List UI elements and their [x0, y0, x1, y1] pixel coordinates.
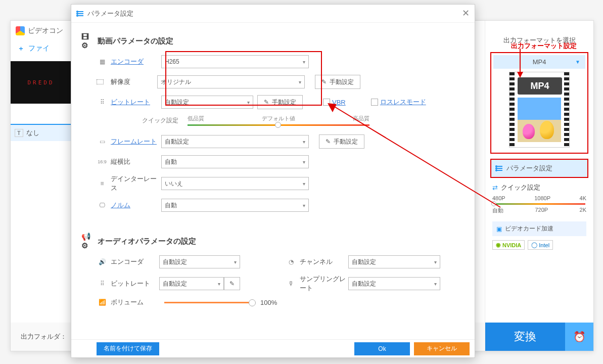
resolution-manual-button[interactable]: 手動設定 [315, 75, 360, 89]
video-section-header: 🎞⚙ 動画パラメータの設定 [81, 36, 459, 46]
add-file-button[interactable]: ファイ [28, 44, 50, 52]
framerate-manual-button[interactable]: 手動設定 [319, 134, 364, 149]
vbr-checkbox[interactable] [323, 99, 330, 106]
film-gear-icon: 🎞⚙ [81, 36, 94, 46]
scale-720p: 720P [535, 207, 548, 214]
scale-knob[interactable] [491, 201, 496, 206]
scale-480p: 480P [492, 195, 505, 201]
quality-slider-row: クイック設定 低品質 デフォルト値 高品質 [81, 115, 459, 126]
audio-bitrate-edit-button[interactable] [224, 277, 240, 290]
resolution-icon [97, 79, 104, 84]
gpu-chips: ◉NVIDIA ◯Intel [492, 240, 586, 250]
quick-settings: ⇄ クイック設定 480P 1080P 4K 自動 720P 2K [492, 183, 586, 215]
row-volume: 📶 ボリューム 100% [81, 298, 459, 307]
samplerate-label: サンプリングレート [300, 275, 348, 293]
resolution-label: 解像度 [111, 77, 157, 86]
output-folder-label: 出力フォルダ： [21, 332, 67, 341]
ok-button[interactable]: Ok [354, 342, 410, 355]
quality-slider[interactable]: 低品質 デフォルト値 高品質 [188, 115, 339, 126]
chip-icon: ▣ [496, 225, 502, 233]
q-default: デフォルト値 [262, 115, 295, 122]
quick-icon: ⇄ [492, 184, 498, 192]
row-bitrate: ⠿ ビットレート 自動設定 手動設定 VBR ロスレスモード [81, 95, 459, 110]
volume-slider[interactable] [164, 302, 255, 303]
subtitle-t-icon: T [15, 129, 23, 137]
video-thumbnail[interactable]: DREDD [11, 61, 71, 104]
lossless-checkbox[interactable] [371, 99, 378, 106]
video-list: DREDD T なし [11, 61, 71, 141]
format-dropdown[interactable]: MP4 ▼ [493, 55, 585, 69]
intel-logo-icon: ◯ [531, 242, 537, 248]
subtitle-bar[interactable]: T なし [11, 124, 71, 141]
scale-bar[interactable] [493, 203, 585, 205]
plus-icon: ＋ [18, 44, 24, 52]
aspect-icon: 16:9 [97, 159, 108, 164]
audio-encoder-select[interactable]: 自動設定 [159, 255, 240, 268]
audio-section-title: オーディオパラメータの設定 [98, 237, 196, 246]
bitrate-label: ビットレート [111, 98, 161, 107]
deinterlace-icon: ≡ [97, 180, 108, 187]
channel-label: チャンネル [300, 257, 348, 266]
mic-icon: 🎙 [286, 280, 297, 287]
right-panel: 出力フォーマットを選択 MP4 ▼ MP4 パラメータ設定 ⇄ クイック設定 [485, 21, 593, 351]
balloons-picture-icon [518, 98, 561, 142]
pencil-icon [321, 78, 327, 85]
convert-button[interactable]: 変換 [485, 323, 565, 351]
mp4-badge: MP4 [518, 77, 562, 95]
volume-value: 100% [260, 299, 277, 306]
gpu-accel-button[interactable]: ▣ ビデオカード加速 [492, 221, 586, 236]
format-value: MP4 [533, 58, 546, 66]
film-strip-icon [564, 72, 569, 147]
channel-select[interactable]: 自動設定 [348, 255, 440, 268]
scale-4k: 4K [580, 195, 586, 201]
deinterlace-select[interactable]: いいえ [161, 177, 309, 190]
cancel-button[interactable]: キャンセル [414, 342, 470, 355]
resolution-select[interactable]: オリジナル [157, 75, 305, 88]
sliders-icon [495, 166, 502, 171]
intel-chip: ◯Intel [528, 240, 553, 250]
aspect-select[interactable]: 自動 [161, 155, 309, 168]
row-norm: 🖵 ノルム 自動 [81, 198, 459, 213]
encoder-label: エンコーダ [111, 57, 161, 66]
framerate-icon: ▭ [97, 138, 108, 145]
encoder-select[interactable]: H265 [161, 55, 309, 68]
row-resolution: 解像度 オリジナル 手動設定 [81, 74, 459, 89]
volume-icon: 📶 [97, 299, 108, 306]
row-samplerate: 🎙 サンプリングレート 自動設定 [270, 275, 459, 293]
parameter-settings-button[interactable]: パラメータ設定 [490, 159, 588, 178]
audio-bitrate-select[interactable]: 自動設定 [159, 277, 224, 290]
parameter-dialog: パラメータ設定 ✕ 🎞⚙ 動画パラメータの設定 ▦ エンコーダ H265 解像度… [71, 4, 475, 358]
save-as-button[interactable]: 名前を付けて保存 [97, 342, 159, 355]
resolution-scale[interactable]: 480P 1080P 4K 自動 720P 2K [492, 195, 586, 215]
lossless-label: ロスレスモード [380, 98, 426, 107]
quality-knob[interactable] [275, 122, 281, 128]
row-channel: ◔ チャンネル 自動設定 [270, 254, 459, 269]
scale-auto: 自動 [492, 207, 503, 214]
thumb-title: DREDD [27, 79, 54, 86]
bitrate-manual-button[interactable]: 手動設定 [257, 95, 303, 109]
framerate-label: フレームレート [111, 137, 161, 146]
encoder-icon: ▦ [97, 58, 108, 65]
deinterlace-label: デインターレース [111, 174, 161, 193]
row-framerate: ▭ フレームレート 自動設定 手動設定 [81, 134, 459, 149]
samplerate-select[interactable]: 自動設定 [348, 277, 440, 290]
quick-settings-header: ⇄ クイック設定 [492, 183, 586, 192]
row-aspect: 16:9 縦横比 自動 [81, 154, 459, 169]
pencil-icon [264, 99, 269, 106]
framerate-select[interactable]: 自動設定 [161, 135, 309, 148]
scale-2k: 2K [580, 207, 586, 214]
vbr-label: VBR [332, 99, 346, 106]
alarm-button[interactable]: ⏰ [565, 323, 593, 351]
convert-bar: 変換 ⏰ [485, 323, 593, 351]
row-deinterlace: ≡ デインターレース いいえ [81, 174, 459, 193]
quick-set-label: クイック設定 [142, 116, 188, 125]
audio-bitrate-label: ビットレート [111, 279, 159, 288]
dialog-footer: 名前を付けて保存 Ok キャンセル [71, 339, 475, 357]
dialog-close-button[interactable]: ✕ [462, 8, 470, 19]
format-thumbnail: MP4 [509, 72, 570, 148]
norm-select[interactable]: 自動 [161, 199, 309, 212]
bitrate-select[interactable]: 自動設定 [161, 96, 253, 109]
dialog-body: 🎞⚙ 動画パラメータの設定 ▦ エンコーダ H265 解像度 オリジナル 手動設… [71, 23, 475, 336]
video-section-title: 動画パラメータの設定 [98, 36, 173, 46]
q-high: 高品質 [353, 115, 369, 122]
